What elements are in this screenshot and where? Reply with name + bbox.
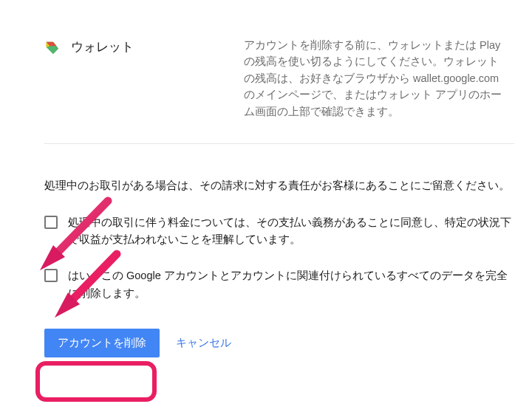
annotation-highlight-box xyxy=(35,361,157,402)
checkbox-confirm-delete[interactable] xyxy=(44,269,58,282)
notice-text: 処理中のお取引がある場合は、その請求に対する責任がお客様にあることにご留意くださ… xyxy=(44,177,514,195)
checkbox-agree-fees-label: 処理中の取引に伴う料金については、その支払い義務があることに同意し、特定の状況下… xyxy=(68,214,514,248)
cancel-button[interactable]: キャンセル xyxy=(176,336,231,350)
checkbox-row-confirm-delete[interactable]: はい、この Google アカウントとアカウントに関連付けられているすべてのデー… xyxy=(44,267,514,301)
service-title: ウォレット xyxy=(71,38,134,55)
wallet-icon xyxy=(44,38,61,55)
checkbox-confirm-delete-label: はい、この Google アカウントとアカウントに関連付けられているすべてのデー… xyxy=(68,267,514,301)
delete-account-button[interactable]: アカウントを削除 xyxy=(44,329,160,357)
checkbox-agree-fees[interactable] xyxy=(44,216,58,229)
page: ウォレット アカウントを削除する前に、ウォレットまたは Play の残高を使い切… xyxy=(0,0,532,418)
actions-row: アカウントを削除 キャンセル xyxy=(44,329,514,357)
svg-marker-1 xyxy=(40,245,65,270)
checkbox-row-agree-fees[interactable]: 処理中の取引に伴う料金については、その支払い義務があることに同意し、特定の状況下… xyxy=(44,214,514,248)
service-row: ウォレット アカウントを削除する前に、ウォレットまたは Play の残高を使い切… xyxy=(44,0,514,144)
service-left: ウォレット xyxy=(44,37,244,120)
service-description: アカウントを削除する前に、ウォレットまたは Play の残高を使い切るようにして… xyxy=(244,37,505,120)
